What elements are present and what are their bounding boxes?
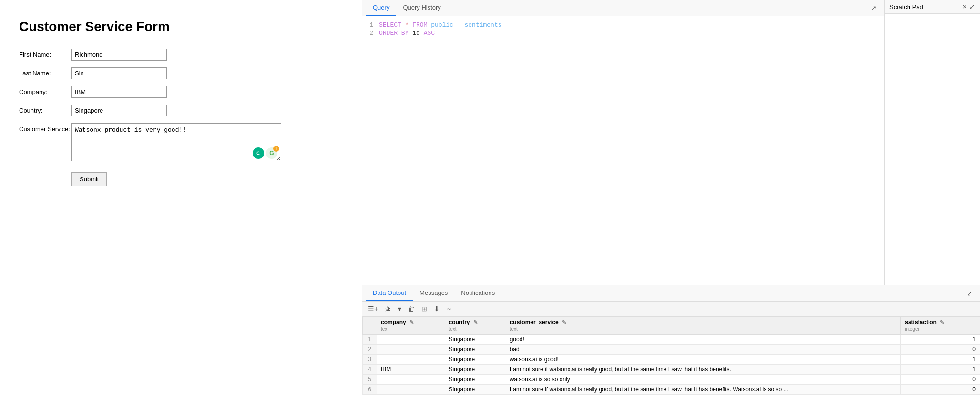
- cell-country: Singapore: [445, 375, 506, 385]
- output-expand-icon[interactable]: ⤢: [963, 288, 976, 299]
- cell-company: [377, 375, 445, 385]
- country-input[interactable]: [71, 105, 167, 116]
- cell-company: [377, 355, 445, 365]
- scratchpad-body[interactable]: [885, 14, 980, 285]
- grammarly-badge: 1: [273, 146, 279, 152]
- query-tabs: Query Query History ⤢: [362, 0, 884, 16]
- form-fields: First Name: Last Name: Company: Country:…: [19, 49, 343, 163]
- top-section: Query Query History ⤢ 1 SELECT * FROM pu…: [362, 0, 980, 285]
- tab-query[interactable]: Query: [366, 0, 396, 16]
- bottom-section: Data Output Messages Notifications ⤢ ☰+ …: [362, 285, 980, 419]
- toolbar-copy-btn[interactable]: ⯫: [382, 304, 394, 314]
- col-company-header: company ✎ text: [377, 317, 445, 335]
- table-row: 4 IBM Singapore I am not sure if watsonx…: [363, 365, 980, 375]
- submit-button[interactable]: Submit: [71, 172, 107, 186]
- col-rownum: [363, 317, 377, 335]
- row-id: 3: [363, 355, 377, 365]
- cell-customer-service: watsonx.ai is so so only: [506, 375, 901, 385]
- cell-customer-service: I am not sure if watsonx.ai is really go…: [506, 365, 901, 375]
- data-table-wrapper: company ✎ text country ✎ text customer_s…: [362, 316, 980, 419]
- cell-customer-service: bad: [506, 345, 901, 355]
- cell-country: Singapore: [445, 385, 506, 395]
- tab-data-output[interactable]: Data Output: [366, 285, 413, 301]
- company-label: Company:: [19, 86, 71, 95]
- table-row: 5 Singapore watsonx.ai is so so only 0: [363, 375, 980, 385]
- table-row: 2 Singapore bad 0: [363, 345, 980, 355]
- cell-company: IBM: [377, 365, 445, 375]
- toolbar-filter-btn[interactable]: ⊞: [419, 304, 430, 314]
- query-editor[interactable]: 1 SELECT * FROM public . sentiments 2 O: [362, 16, 884, 285]
- cell-satisfaction: 1: [901, 335, 980, 345]
- output-tabs: Data Output Messages Notifications ⤢: [362, 285, 980, 302]
- data-table: company ✎ text country ✎ text customer_s…: [362, 316, 980, 395]
- toolbar-chart-btn[interactable]: ∼: [443, 304, 455, 314]
- cell-country: Singapore: [445, 335, 506, 345]
- col-satisfaction-header: satisfaction ✎ integer: [901, 317, 980, 335]
- tab-query-history[interactable]: Query History: [396, 0, 447, 16]
- cell-satisfaction: 1: [901, 355, 980, 365]
- col-country-header: country ✎ text: [445, 317, 506, 335]
- toolbar: ☰+ ⯫ ▾ 🗑 ⊞ ⬇ ∼: [362, 302, 980, 316]
- last-name-input[interactable]: [71, 67, 167, 79]
- toolbar-delete-btn[interactable]: 🗑: [405, 304, 418, 314]
- customer-service-label: Customer Service:: [19, 123, 71, 133]
- toolbar-add-btn[interactable]: ☰+: [365, 304, 381, 314]
- customer-service-textarea[interactable]: Watsonx product is very good!!: [71, 123, 281, 161]
- svg-point-0: [255, 150, 261, 156]
- query-line-1: 1 SELECT * FROM public . sentiments: [362, 21, 884, 29]
- tab-messages[interactable]: Messages: [413, 285, 454, 301]
- country-label: Country:: [19, 105, 71, 114]
- right-panel: Query Query History ⤢ 1 SELECT * FROM pu…: [362, 0, 980, 419]
- last-name-label: Last Name:: [19, 67, 71, 77]
- toolbar-copy-dropdown-btn[interactable]: ▾: [395, 304, 404, 314]
- query-section: Query Query History ⤢ 1 SELECT * FROM pu…: [362, 0, 885, 285]
- cell-company: [377, 385, 445, 395]
- cell-satisfaction: 1: [901, 365, 980, 375]
- table-row: 6 Singapore I am not sure if watsonx.ai …: [363, 385, 980, 395]
- first-name-input[interactable]: [71, 49, 167, 61]
- cell-country: Singapore: [445, 365, 506, 375]
- row-id: 1: [363, 335, 377, 345]
- first-name-label: First Name:: [19, 49, 71, 58]
- cell-company: [377, 345, 445, 355]
- table-row: 3 Singapore watsonx.ai is good! 1: [363, 355, 980, 365]
- cell-customer-service: I am not sure if watsonx.ai is really go…: [506, 385, 901, 395]
- scratchpad-close-icon[interactable]: ×: [963, 3, 967, 10]
- grammarly-icon: [253, 147, 264, 159]
- textarea-icons: G 1: [253, 147, 277, 159]
- row-id: 4: [363, 365, 377, 375]
- query-expand-icon[interactable]: ⤢: [867, 2, 880, 14]
- scratchpad-section: Scratch Pad × ⤢: [885, 0, 980, 285]
- tab-notifications[interactable]: Notifications: [454, 285, 501, 301]
- left-panel: Customer Service Form First Name: Last N…: [0, 0, 362, 419]
- row-id: 6: [363, 385, 377, 395]
- cell-satisfaction: 0: [901, 385, 980, 395]
- scratchpad-header: Scratch Pad × ⤢: [885, 0, 980, 14]
- grammarly-g-icon: G 1: [266, 147, 277, 159]
- toolbar-download-btn[interactable]: ⬇: [431, 304, 442, 314]
- cell-customer-service: watsonx.ai is good!: [506, 355, 901, 365]
- table-row: 1 Singapore good! 1: [363, 335, 980, 345]
- row-id: 2: [363, 345, 377, 355]
- col-customer-service-header: customer_service ✎ text: [506, 317, 901, 335]
- row-id: 5: [363, 375, 377, 385]
- cell-company: [377, 335, 445, 345]
- scratchpad-expand-icon[interactable]: ⤢: [970, 3, 975, 10]
- company-input[interactable]: [71, 86, 167, 98]
- scratchpad-title: Scratch Pad: [889, 3, 960, 10]
- cell-satisfaction: 0: [901, 345, 980, 355]
- customer-service-wrapper: Watsonx product is very good!! G 1: [71, 123, 281, 163]
- cell-satisfaction: 0: [901, 375, 980, 385]
- cell-country: Singapore: [445, 345, 506, 355]
- cell-country: Singapore: [445, 355, 506, 365]
- cell-customer-service: good!: [506, 335, 901, 345]
- form-title: Customer Service Form: [19, 19, 343, 34]
- query-line-2: 2 ORDER BY id ASC: [362, 29, 884, 37]
